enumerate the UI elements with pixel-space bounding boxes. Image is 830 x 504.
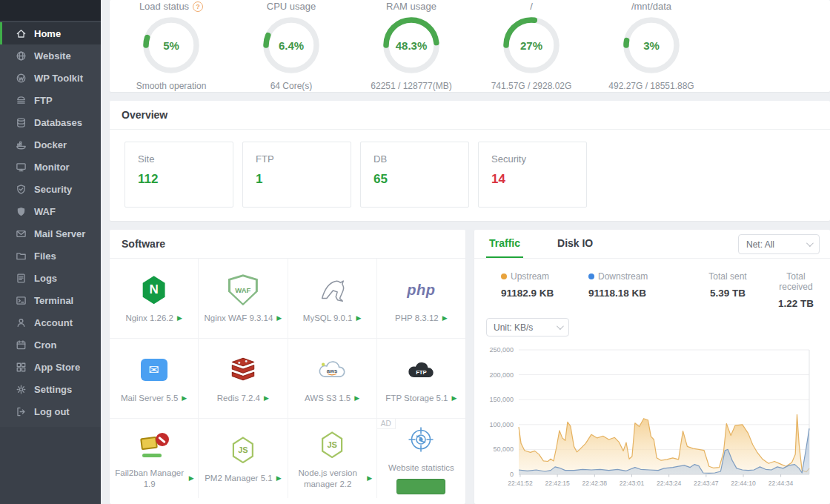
software-nginx-waf-9-3-14[interactable]: WAF Nginx WAF 9.3.14 ▶ — [199, 259, 287, 338]
software-name: Fail2ban Manager 1.9 — [114, 468, 185, 489]
unit-select[interactable]: Unit: KB/s — [486, 318, 569, 336]
chevron-down-icon — [806, 239, 814, 247]
install-button[interactable] — [396, 479, 445, 494]
play-icon[interactable]: ▶ — [452, 394, 457, 402]
help-icon[interactable]: ? — [193, 1, 203, 12]
tab-disk-io[interactable]: Disk IO — [554, 237, 596, 258]
sidebar-item-ftp[interactable]: FTP — [0, 89, 101, 111]
play-icon[interactable]: ▶ — [442, 314, 448, 322]
software-redis-7-2-4[interactable]: Redis 7.2.4 ▶ — [199, 339, 287, 418]
software-name: Redis 7.2.4 — [217, 393, 260, 403]
sidebar-item-mail-server[interactable]: Mail Server — [0, 222, 101, 245]
svg-text:50,000: 50,000 — [493, 445, 514, 453]
mysql-icon — [316, 273, 348, 307]
gauge-: / ? 27% 741.57G / 2928.02G — [471, 1, 591, 91]
software-name: Mail Server 5.5 — [121, 393, 178, 403]
overview-card-ftp[interactable]: FTP 1 — [242, 142, 351, 208]
svg-text:aws: aws — [327, 368, 338, 374]
play-icon[interactable]: ▶ — [264, 394, 269, 402]
svg-text:250,000: 250,000 — [489, 346, 514, 354]
sidebar-item-docker[interactable]: Docker — [0, 133, 101, 156]
sidebar-item-logs[interactable]: Logs — [0, 267, 101, 289]
gauge-value: 5% — [142, 16, 200, 74]
sidebar-item-cron[interactable]: Cron — [0, 334, 101, 356]
svg-text:22:41:52: 22:41:52 — [508, 480, 533, 487]
sidebar-item-website[interactable]: Website — [0, 44, 101, 67]
sidebar-item-settings[interactable]: Settings — [0, 378, 101, 400]
traffic-stat-value: 5.39 TB — [686, 288, 769, 299]
traffic-stat-value: 1.22 TB — [769, 298, 823, 309]
play-icon[interactable]: ▶ — [276, 474, 282, 483]
sidebar-item-log-out[interactable]: Log out — [0, 400, 101, 422]
sidebar-item-security[interactable]: Security — [0, 178, 101, 200]
unit-select-value: Unit: KB/s — [494, 322, 533, 333]
database-icon — [15, 116, 27, 128]
shield-check-icon — [15, 183, 27, 195]
sidebar-item-wp-toolkit[interactable]: WP Toolkit — [0, 67, 101, 89]
overview-card-db[interactable]: DB 65 — [360, 142, 469, 208]
sidebar-item-home[interactable]: Home — [0, 22, 101, 44]
user-icon — [15, 316, 27, 328]
software-name: Nginx 1.26.2 — [125, 313, 173, 323]
sidebar-item-label: Account — [34, 317, 73, 328]
gauge-subtext: Smooth operation — [136, 81, 207, 91]
gear-icon — [15, 383, 27, 395]
software-mysql-9-0-1[interactable]: MySQL 9.0.1 ▶ — [288, 259, 376, 338]
play-icon[interactable]: ▶ — [177, 314, 182, 322]
gauge-value: 6.4% — [262, 16, 320, 74]
sidebar-item-account[interactable]: Account — [0, 311, 101, 334]
gauge-label: /mnt/data — [631, 1, 671, 12]
bottom-row: Software N Nginx 1.26.2 ▶ WAF Nginx WAF … — [110, 230, 830, 504]
sidebar-item-label: Logs — [34, 273, 57, 284]
software-node-js-version-manager-2-2[interactable]: JS Node.js version manager 2.2 ▶ — [288, 419, 376, 498]
gauge-cpu-usage: CPU usage ? 6.4% 64 Core(s) — [231, 1, 351, 91]
svg-text:22:43:01: 22:43:01 — [620, 480, 645, 487]
overview-card-site[interactable]: Site 112 — [124, 142, 233, 208]
ftpstore-icon: FTP — [405, 353, 436, 387]
software-mail-server-5-5[interactable]: ✉ Mail Server 5.5 ▶ — [110, 339, 198, 418]
sidebar-item-databases[interactable]: Databases — [0, 111, 101, 133]
sidebar-item-monitor[interactable]: Monitor — [0, 156, 101, 178]
sidebar-item-label: Monitor — [34, 162, 70, 173]
play-icon[interactable]: ▶ — [367, 474, 372, 483]
software-pm2-manager-5-1[interactable]: JS PM2 Manager 5.1 ▶ — [199, 419, 287, 498]
software-fail2ban-manager-1-9[interactable]: Fail2ban Manager 1.9 ▶ — [110, 419, 198, 498]
software-php-8-3-12[interactable]: php PHP 8.3.12 ▶ — [377, 259, 465, 338]
software-nginx-1-26-2[interactable]: N Nginx 1.26.2 ▶ — [110, 259, 198, 338]
sidebar-item-label: Website — [34, 50, 71, 62]
play-icon[interactable]: ▶ — [354, 394, 359, 402]
svg-text:150,000: 150,000 — [489, 396, 514, 403]
sidebar-item-files[interactable]: Files — [0, 245, 101, 267]
waf-icon: WAF — [228, 273, 258, 307]
net-interface-select[interactable]: Net: All — [738, 234, 820, 254]
tab-traffic[interactable]: Traffic — [486, 237, 523, 258]
js-icon: JS — [231, 433, 255, 467]
traffic-stat-total-received: Total received 1.22 TB — [769, 271, 823, 309]
gauge-ring: 48.3% — [382, 16, 440, 74]
overview-card-security[interactable]: Security 14 — [478, 142, 587, 208]
software-aws-s3-1-5[interactable]: aws AWS S3 1.5 ▶ — [288, 339, 376, 418]
home-icon — [15, 27, 27, 39]
sidebar-item-label: Mail Server — [34, 228, 85, 239]
gauge-ring: 5% — [142, 16, 200, 74]
gauge-label: CPU usage — [267, 1, 316, 12]
svg-text:200,000: 200,000 — [489, 371, 514, 379]
sidebar-item-label: Terminal — [34, 295, 73, 306]
software-ftp-storage-5-1[interactable]: FTP FTP Storage 5.1 ▶ — [377, 339, 465, 418]
play-icon[interactable]: ▶ — [356, 314, 362, 322]
play-icon[interactable]: ▶ — [276, 314, 282, 322]
play-icon[interactable]: ▶ — [182, 394, 187, 402]
play-icon[interactable]: ▶ — [189, 474, 194, 483]
logs-icon — [15, 272, 27, 284]
sidebar-item-terminal[interactable]: Terminal — [0, 289, 101, 311]
sidebar-item-waf[interactable]: WAF — [0, 200, 101, 222]
software-panel: Software N Nginx 1.26.2 ▶ WAF Nginx WAF … — [110, 230, 465, 504]
software-grid: N Nginx 1.26.2 ▶ WAF Nginx WAF 9.3.14 ▶ … — [110, 259, 465, 498]
gauge-label: RAM usage — [386, 1, 436, 12]
software-website-statistics[interactable]: AD Website statistics ▶ — [377, 419, 465, 498]
sidebar-item-app-store[interactable]: App Store — [0, 356, 101, 378]
software-name: AWS S3 1.5 — [305, 393, 351, 403]
monitor-icon — [15, 161, 27, 173]
net-select-value: Net: All — [746, 239, 774, 250]
traffic-tabs: Traffic Disk IO Net: All — [474, 230, 830, 259]
